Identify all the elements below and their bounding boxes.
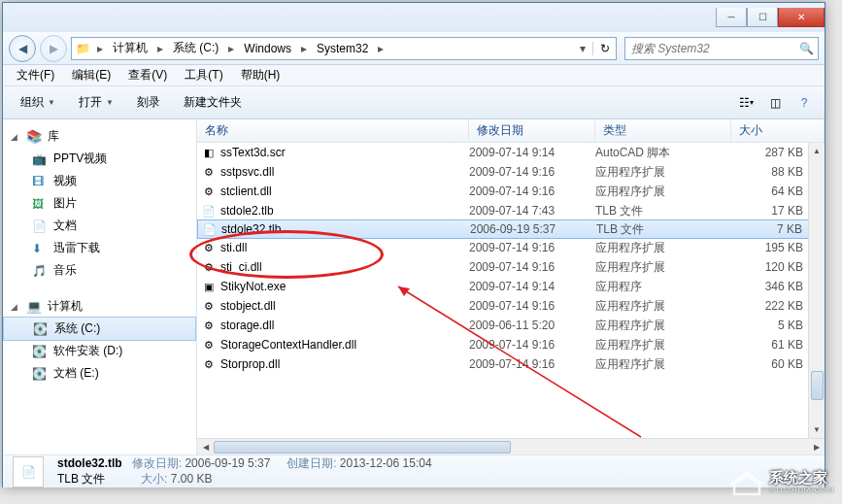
file-row[interactable]: ⚙stobject.dll2009-07-14 9:16应用程序扩展222 KB [197,296,825,316]
file-rows[interactable]: ◧ssText3d.scr2009-07-14 9:14AutoCAD 脚本28… [197,143,825,438]
scroll-thumb[interactable] [811,371,824,400]
file-date: 2009-07-14 7:43 [469,204,595,218]
back-button[interactable]: ◀ [9,35,36,62]
file-name: sti.dll [220,241,247,254]
column-name[interactable]: 名称 [197,119,469,142]
column-type[interactable]: 类型 [595,119,731,142]
menu-edit[interactable]: 编辑(E) [64,65,118,85]
file-icon: ⚙ [201,240,217,255]
file-name: storage.dll [220,319,274,332]
sidebar-item-drive[interactable]: 💽软件安装 (D:) [3,340,196,362]
search-icon[interactable]: 🔍 [794,42,818,55]
file-name: sti_ci.dll [220,260,262,274]
file-type: 应用程序扩展 [595,298,731,315]
menu-tools[interactable]: 工具(T) [177,65,230,85]
file-name: stdole32.tlb [221,222,281,236]
file-row[interactable]: ⚙sti.dll2009-07-14 9:16应用程序扩展195 KB [197,238,825,257]
scroll-left-icon[interactable]: ◀ [197,439,214,454]
menu-help[interactable]: 帮助(H) [233,65,288,85]
column-headers: 名称 修改日期 类型 大小 [197,119,825,143]
maximize-button[interactable]: ☐ [747,8,778,27]
chevron-right-icon[interactable]: ▸ [297,42,311,55]
help-button[interactable]: ? [791,92,817,114]
chevron-right-icon[interactable]: ▸ [374,42,387,55]
drive-icon: 💽 [33,322,49,336]
title-bar[interactable]: ─ ☐ ✕ [3,3,825,32]
file-date: 2009-06-11 5:20 [469,319,595,332]
file-row[interactable]: ⚙Storprop.dll2009-07-14 9:16应用程序扩展60 KB [197,354,825,374]
collapse-icon[interactable]: ◢ [11,302,20,312]
minimize-button[interactable]: ─ [716,8,747,27]
file-type: TLB 文件 [595,203,731,219]
details-pane: 📄 stdole32.tlb 修改日期: 2006-09-19 5:37 创建日… [3,454,825,487]
horizontal-scrollbar[interactable]: ◀ ▶ [197,438,825,454]
breadcrumb-dropdown[interactable]: ▾ [573,42,592,55]
chevron-right-icon[interactable]: ▸ [93,42,107,55]
sidebar-item-drive[interactable]: 💽文档 (E:) [3,362,196,385]
navigation-pane[interactable]: ◢ 📚 库 📺PPTV视频🎞视频🖼图片📄文档⬇迅雷下载🎵音乐 ◢ 💻 计算机 💽… [3,119,197,454]
file-row[interactable]: ⚙sti_ci.dll2009-07-14 9:16应用程序扩展120 KB [197,257,825,277]
chevron-right-icon[interactable]: ▸ [224,42,238,55]
item-icon: 🎵 [32,264,48,278]
burn-button[interactable]: 刻录 [127,90,170,115]
refresh-button[interactable]: ↻ [592,42,616,55]
search-input[interactable] [625,42,794,55]
column-size[interactable]: 大小 [731,119,825,142]
sidebar-item[interactable]: 🎞视频 [3,170,196,192]
menu-file[interactable]: 文件(F) [9,65,62,85]
scroll-down-icon[interactable]: ▼ [809,421,825,438]
collapse-icon[interactable]: ◢ [11,132,20,142]
file-row[interactable]: 📄stdole32.tlb2006-09-19 5:37TLB 文件7 KB [197,219,825,239]
search-box[interactable]: 🔍 [624,37,819,60]
sidebar-item[interactable]: 📄文档 [3,215,196,237]
watermark: 系统之家 XTCZHUIA.COM [730,469,834,496]
new-folder-button[interactable]: 新建文件夹 [174,90,252,115]
file-name: StorageContextHandler.dll [220,338,356,352]
forward-button[interactable]: ▶ [40,35,67,62]
file-type: 应用程序扩展 [595,356,731,373]
column-date[interactable]: 修改日期 [469,119,595,142]
sidebar-item-drive[interactable]: 💽系统 (C:) [3,317,196,341]
file-date: 2009-07-14 9:16 [469,165,595,179]
file-row[interactable]: 📄stdole2.tlb2009-07-14 7:43TLB 文件17 KB [197,201,825,220]
chevron-right-icon[interactable]: ▸ [153,42,167,55]
file-row[interactable]: ⚙StorageContextHandler.dll2009-07-14 9:1… [197,335,825,354]
file-row[interactable]: ⚙sstpsvc.dll2009-07-14 9:16应用程序扩展88 KB [197,162,825,182]
scroll-thumb[interactable] [214,441,511,454]
file-row[interactable]: ▣StikyNot.exe2009-07-14 9:14应用程序346 KB [197,277,825,296]
watermark-logo-icon [730,469,763,496]
command-bar: 组织▼ 打开▼ 刻录 新建文件夹 ☷ ▾ ◫ ? [3,86,825,119]
preview-pane-button[interactable]: ◫ [762,92,788,114]
menu-view[interactable]: 查看(V) [120,65,175,85]
scroll-right-icon[interactable]: ▶ [808,439,825,454]
breadcrumb-seg[interactable]: 计算机 [107,38,153,59]
item-icon: 📄 [32,219,48,233]
file-icon: ⚙ [201,184,217,199]
sidebar-item[interactable]: ⬇迅雷下载 [3,237,196,259]
organize-button[interactable]: 组织▼ [11,90,65,115]
file-row[interactable]: ⚙stclient.dll2009-07-14 9:16应用程序扩展64 KB [197,182,825,201]
breadcrumb[interactable]: 📁 ▸ 计算机 ▸ 系统 (C:) ▸ Windows ▸ System32 ▸… [71,37,617,60]
file-date: 2009-07-14 9:16 [469,241,595,254]
breadcrumb-seg[interactable]: System32 [311,38,374,59]
view-options-button[interactable]: ☷ ▾ [733,92,758,114]
open-button[interactable]: 打开▼ [69,90,123,115]
sidebar-item[interactable]: 📺PPTV视频 [3,148,196,170]
tree-computer[interactable]: ◢ 💻 计算机 [3,295,196,318]
breadcrumb-seg[interactable]: Windows [238,38,297,59]
vertical-scrollbar[interactable]: ▲ ▼ [808,143,825,438]
file-row[interactable]: ◧ssText3d.scr2009-07-14 9:14AutoCAD 脚本28… [197,143,825,162]
file-name: stclient.dll [220,185,272,198]
item-icon: 📺 [32,152,48,166]
chevron-down-icon: ▼ [48,98,55,107]
tree-libraries[interactable]: ◢ 📚 库 [3,125,196,148]
scroll-up-icon[interactable]: ▲ [809,143,825,159]
file-icon: ⚙ [201,337,217,353]
close-button[interactable]: ✕ [778,8,825,27]
libraries-icon: 📚 [26,129,42,144]
sidebar-item[interactable]: 🖼图片 [3,192,196,215]
breadcrumb-seg[interactable]: 系统 (C:) [167,38,224,59]
file-name: StikyNot.exe [220,280,286,293]
file-row[interactable]: ⚙storage.dll2009-06-11 5:20应用程序扩展5 KB [197,316,825,335]
sidebar-item[interactable]: 🎵音乐 [3,259,196,282]
